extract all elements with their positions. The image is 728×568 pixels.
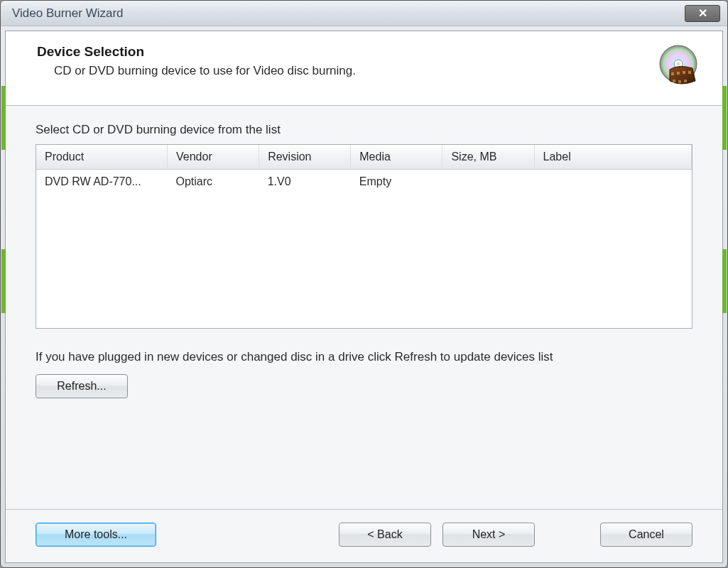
cell-product: DVD RW AD-770... [36, 170, 168, 195]
svg-rect-9 [684, 80, 687, 82]
svg-rect-5 [683, 71, 685, 74]
button-bar: More tools... < Back Next > Cancel [6, 509, 722, 562]
refresh-hint: If you have plugged in new devices or ch… [36, 349, 639, 366]
close-icon: ✕ [698, 6, 707, 20]
header-title: Device Selection [37, 44, 657, 60]
window-title: Video Burner Wizard [12, 6, 685, 21]
svg-rect-4 [677, 72, 680, 75]
wizard-window: Video Burner Wizard ✕ Device Selection C… [0, 0, 728, 568]
refresh-area: If you have plugged in new devices or ch… [36, 349, 692, 398]
cancel-button[interactable]: Cancel [600, 523, 692, 547]
cell-revision: 1.V0 [259, 170, 351, 195]
device-list-label: Select CD or DVD burning device from the… [36, 123, 692, 137]
close-button[interactable]: ✕ [685, 5, 720, 22]
back-button[interactable]: < Back [339, 523, 431, 547]
next-button[interactable]: Next > [442, 523, 535, 547]
cell-label [534, 170, 691, 195]
cell-size [442, 170, 534, 195]
wizard-header: Device Selection CD or DVD burning devic… [6, 31, 722, 106]
content: Device Selection CD or DVD burning devic… [5, 31, 723, 563]
svg-rect-3 [671, 72, 674, 75]
device-table-container: Product Vendor Revision Media Size, MB L… [36, 144, 692, 329]
device-table[interactable]: Product Vendor Revision Media Size, MB L… [36, 145, 692, 194]
header-subtitle: CD or DVD burning device to use for Vide… [54, 64, 657, 78]
cell-vendor: Optiarc [168, 170, 259, 195]
col-vendor[interactable]: Vendor [168, 145, 259, 170]
col-label[interactable]: Label [534, 145, 691, 170]
svg-rect-8 [678, 80, 681, 83]
col-size[interactable]: Size, MB [442, 145, 534, 170]
refresh-button[interactable]: Refresh... [36, 374, 128, 398]
col-product[interactable]: Product [36, 145, 168, 170]
titlebar: Video Burner Wizard ✕ [1, 1, 727, 26]
svg-point-2 [677, 62, 680, 65]
svg-rect-7 [673, 80, 675, 82]
col-revision[interactable]: Revision [259, 145, 351, 170]
svg-rect-6 [688, 71, 691, 74]
disc-film-icon [657, 44, 702, 89]
col-media[interactable]: Media [351, 145, 442, 170]
cell-media: Empty [351, 170, 442, 195]
main-body: Select CD or DVD burning device from the… [6, 106, 722, 509]
table-row[interactable]: DVD RW AD-770... Optiarc 1.V0 Empty [36, 170, 692, 195]
more-tools-button[interactable]: More tools... [36, 523, 156, 547]
